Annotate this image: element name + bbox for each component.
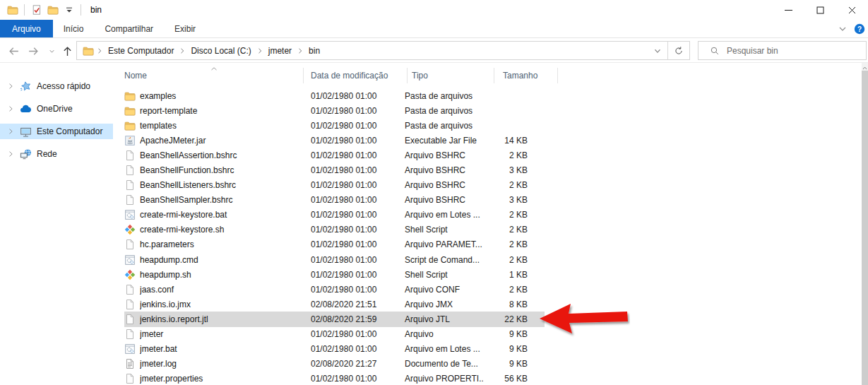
folder-icon bbox=[124, 90, 136, 102]
column-header-tamanho[interactable]: Tamanho bbox=[494, 68, 558, 83]
file-size: 22 KB bbox=[483, 314, 530, 324]
date-modified: 01/02/1980 01:00 bbox=[304, 210, 400, 220]
file-row[interactable]: hc.parameters01/02/1980 01:00Arquivo PAR… bbox=[124, 237, 545, 252]
up-button[interactable] bbox=[59, 43, 75, 59]
file-row[interactable]: jenkins.io.jmx02/08/2020 21:51Arquivo JM… bbox=[124, 297, 545, 312]
file-row[interactable]: create-rmi-keystore.sh01/02/1980 01:00Sh… bbox=[124, 223, 545, 237]
folder-icon bbox=[124, 105, 136, 117]
title-bar: bin bbox=[0, 0, 868, 20]
file-type: Arquivo BSHRC bbox=[400, 195, 483, 205]
file-row[interactable]: jmeter.properties01/02/1980 01:00Arquivo… bbox=[124, 372, 545, 385]
breadcrumb-item[interactable]: bin bbox=[304, 45, 324, 57]
tab-arquivo[interactable]: Arquivo bbox=[0, 20, 53, 37]
file-name: examples bbox=[140, 91, 304, 101]
file-row[interactable]: BeanShellAssertion.bshrc01/02/1980 01:00… bbox=[124, 148, 545, 162]
file-row[interactable]: heapdump.sh01/02/1980 01:00Shell Script1… bbox=[124, 267, 545, 282]
date-modified: 01/02/1980 01:00 bbox=[304, 344, 400, 354]
file-name: create-rmi-keystore.sh bbox=[140, 225, 304, 235]
file-row[interactable]: templates01/02/1980 01:00Pasta de arquiv… bbox=[124, 118, 545, 133]
textfile-icon bbox=[124, 358, 136, 369]
file-row[interactable]: jmeter.log02/08/2020 21:27Documento de T… bbox=[124, 357, 545, 372]
file-row[interactable]: examples01/02/1980 01:00Pasta de arquivo… bbox=[124, 88, 545, 103]
breadcrumb-item[interactable]: Disco Local (C:) bbox=[186, 45, 255, 57]
file-type: Arquivo CONF bbox=[400, 285, 483, 295]
file-icon bbox=[124, 299, 136, 310]
file-icon bbox=[124, 284, 136, 295]
expand-chevron-icon[interactable] bbox=[6, 82, 15, 90]
file-row[interactable]: report-template01/02/1980 01:00Pasta de … bbox=[124, 103, 545, 118]
column-header-tipo[interactable]: Tipo bbox=[408, 68, 494, 83]
file-row[interactable]: create-rmi-keystore.bat01/02/1980 01:00A… bbox=[124, 208, 545, 223]
vertical-scrollbar[interactable] bbox=[862, 63, 868, 385]
sidebar-item-este-computador[interactable]: Este Computador bbox=[0, 124, 113, 139]
file-icon bbox=[124, 373, 136, 384]
file-icon bbox=[124, 165, 136, 176]
date-modified: 01/02/1980 01:00 bbox=[304, 285, 400, 295]
tab-inicio[interactable]: Início bbox=[53, 20, 95, 37]
search-icon bbox=[710, 46, 720, 56]
expand-chevron-icon[interactable] bbox=[6, 127, 15, 136]
file-icon bbox=[124, 150, 136, 161]
file-type: Arquivo em Lotes ... bbox=[400, 344, 483, 354]
sidebar-item-acesso-ra-pido[interactable]: Acesso rápido bbox=[0, 78, 113, 94]
tab-compartilhar[interactable]: Compartilhar bbox=[94, 20, 164, 37]
navigation-sidebar: Acesso rápidoOneDriveEste ComputadorRede bbox=[0, 63, 113, 385]
customize-quick-access-icon[interactable] bbox=[63, 4, 75, 16]
file-name: heapdump.cmd bbox=[140, 255, 304, 265]
file-name: BeanShellFunction.bshrc bbox=[140, 165, 304, 175]
date-modified: 01/02/1980 01:00 bbox=[304, 374, 400, 384]
date-modified: 01/02/1980 01:00 bbox=[304, 180, 400, 190]
column-header-data-de-modificac-a-o[interactable]: Data de modificação bbox=[304, 68, 408, 83]
file-row[interactable]: jenkins.io.report.jtl02/08/2020 21:59Arq… bbox=[124, 312, 545, 326]
address-dropdown-chevron-icon[interactable] bbox=[653, 46, 662, 56]
refresh-icon[interactable] bbox=[667, 42, 689, 59]
date-modified: 01/02/1980 01:00 bbox=[304, 270, 400, 280]
file-size: 2 KB bbox=[483, 255, 530, 265]
column-header-label: Data de modificação bbox=[311, 71, 388, 81]
properties-icon[interactable] bbox=[30, 4, 42, 16]
new-folder-icon[interactable] bbox=[47, 4, 59, 16]
file-size: 2 KB bbox=[483, 210, 530, 220]
close-button[interactable] bbox=[836, 0, 868, 20]
sidebar-item-label: Rede bbox=[37, 149, 57, 159]
column-header-nome[interactable]: Nome bbox=[124, 68, 304, 83]
help-icon[interactable]: ? bbox=[854, 23, 865, 35]
collapse-ribbon-icon[interactable] bbox=[837, 23, 848, 35]
minimize-button[interactable] bbox=[773, 0, 804, 20]
tab-exibir[interactable]: Exibir bbox=[164, 20, 206, 37]
file-row[interactable]: BeanShellListeners.bshrc01/02/1980 01:00… bbox=[124, 178, 545, 193]
file-row[interactable]: ApacheJMeter.jar01/02/1980 01:00Executab… bbox=[124, 133, 545, 148]
sidebar-item-onedrive[interactable]: OneDrive bbox=[0, 101, 113, 117]
recent-locations-chevron-icon[interactable] bbox=[44, 43, 59, 59]
file-row[interactable]: jmeter01/02/1980 01:00Arquivo9 KB bbox=[124, 327, 545, 342]
breadcrumb-item[interactable]: jmeter bbox=[264, 45, 296, 57]
file-size: 2 KB bbox=[483, 180, 530, 190]
computer-icon bbox=[20, 126, 32, 138]
breadcrumb-item[interactable]: Este Computador bbox=[104, 45, 178, 57]
titlebar-separator bbox=[81, 4, 81, 16]
titlebar-separator bbox=[24, 4, 25, 16]
date-modified: 01/02/1980 01:00 bbox=[304, 195, 400, 205]
scroll-up-icon[interactable] bbox=[862, 64, 868, 70]
file-name: heapdump.sh bbox=[140, 270, 304, 280]
maximize-button[interactable] bbox=[804, 0, 836, 20]
sidebar-item-label: Este Computador bbox=[37, 126, 102, 136]
file-row[interactable]: jmeter.bat01/02/1980 01:00Arquivo em Lot… bbox=[124, 342, 545, 357]
scrollbar-thumb[interactable] bbox=[862, 71, 868, 385]
expand-chevron-icon[interactable] bbox=[6, 105, 15, 113]
address-bar[interactable]: Este ComputadorDisco Local (C:)jmeterbin bbox=[76, 41, 690, 60]
expand-chevron-icon[interactable] bbox=[6, 150, 15, 158]
file-type: Arquivo JMX bbox=[400, 300, 483, 309]
file-row[interactable]: jaas.conf01/02/1980 01:00Arquivo CONF2 K… bbox=[124, 282, 545, 297]
file-row[interactable]: BeanShellFunction.bshrc01/02/1980 01:00A… bbox=[124, 162, 545, 177]
back-button[interactable] bbox=[6, 43, 21, 59]
file-row[interactable]: heapdump.cmd01/02/1980 01:00Script de Co… bbox=[124, 252, 545, 267]
forward-button[interactable] bbox=[25, 43, 41, 59]
search-input[interactable] bbox=[727, 46, 860, 56]
file-explorer-window: bin ArquivoInícioCompartilharExibir ? Es… bbox=[0, 0, 868, 385]
column-header-label: Tipo bbox=[412, 71, 428, 81]
sidebar-item-rede[interactable]: Rede bbox=[0, 146, 113, 162]
file-row[interactable]: BeanShellSampler.bshrc01/02/1980 01:00Ar… bbox=[124, 193, 545, 208]
sidebar-item-label: Acesso rápido bbox=[37, 81, 90, 91]
date-modified: 01/02/1980 01:00 bbox=[304, 165, 400, 175]
